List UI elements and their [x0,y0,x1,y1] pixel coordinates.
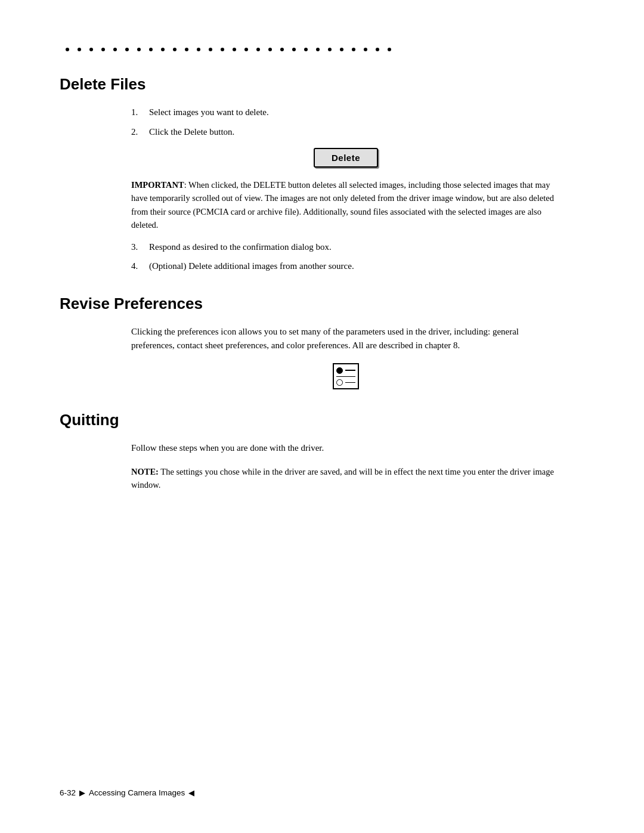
dot [113,48,117,51]
note-text: The settings you chose while in the driv… [131,467,554,490]
dot [256,48,260,51]
dot [340,48,343,51]
pref-icon-line [345,370,355,371]
quitting-note: NOTE: The settings you chose while in th… [131,465,561,492]
step-number: 1. [131,106,149,119]
list-item: 4. (Optional) Delete additional images f… [131,259,561,273]
step-number: 4. [131,259,149,273]
delete-steps-list-2: 3. Respond as desired to the confirmatio… [131,240,561,273]
list-item: 1. Select images you want to delete. [131,106,561,119]
footer-left-arrow-icon: ◀ [188,788,194,797]
important-text: : When clicked, the DELETE button delete… [131,180,554,230]
footer-right-arrow-icon: ▶ [79,788,85,797]
quitting-body: Follow these steps when you are done wit… [131,441,561,455]
dot [280,48,284,51]
pref-icon-row-bottom [336,379,355,386]
important-label: IMPORTANT [131,180,184,190]
pref-icon-circle [336,367,343,374]
note-label: NOTE: [131,467,159,476]
dots-row [60,48,584,51]
dot [388,48,391,51]
dot [149,48,153,51]
quitting-content: Follow these steps when you are done wit… [131,441,561,491]
step-text: Select images you want to delete. [149,106,269,119]
dot [125,48,129,51]
revise-preferences-section: Revise Preferences Clicking the preferen… [60,295,584,390]
pref-icon-circle [336,379,343,386]
dot [304,48,308,51]
dot [197,48,200,51]
dot [244,48,248,51]
dot [173,48,177,51]
page-container: Delete Files 1. Select images you want t… [0,0,644,833]
dot [66,48,69,51]
dot [292,48,296,51]
footer-page-number: 6-32 [60,788,76,797]
delete-steps-list: 1. Select images you want to delete. 2. … [131,106,561,138]
step-text: Respond as desired to the confirmation d… [149,240,332,254]
dot [78,48,81,51]
dot [161,48,165,51]
dot [89,48,93,51]
pref-icon-line [345,382,355,383]
important-note: IMPORTANT: When clicked, the DELETE butt… [131,178,561,232]
quitting-heading: Quitting [60,411,584,429]
dot [221,48,224,51]
delete-button-container: Delete [131,148,561,168]
delete-files-content: 1. Select images you want to delete. 2. … [131,106,561,273]
step-text: (Optional) Delete additional images from… [149,259,354,273]
dot [328,48,332,51]
preferences-icon [333,363,359,389]
step-text: Click the Delete button. [149,125,234,139]
pref-icon-row-top [336,367,355,374]
preferences-icon-container [131,363,561,389]
revise-preferences-body: Clicking the preferences icon allows you… [131,325,561,353]
revise-preferences-heading: Revise Preferences [60,295,584,313]
delete-button[interactable]: Delete [314,148,378,168]
dot [233,48,236,51]
dot [268,48,272,51]
step-number: 2. [131,125,149,139]
dot [316,48,320,51]
dot [137,48,141,51]
footer: 6-32 ▶ Accessing Camera Images ◀ [60,788,584,797]
dot [352,48,355,51]
quitting-section: Quitting Follow these steps when you are… [60,411,584,491]
list-item: 3. Respond as desired to the confirmatio… [131,240,561,254]
dot [209,48,212,51]
dot [101,48,105,51]
footer-title: Accessing Camera Images [89,788,185,797]
revise-preferences-content: Clicking the preferences icon allows you… [131,325,561,390]
delete-files-section: Delete Files 1. Select images you want t… [60,75,584,273]
step-number: 3. [131,240,149,254]
dot [376,48,379,51]
list-item: 2. Click the Delete button. [131,125,561,139]
dot [364,48,367,51]
dot [185,48,188,51]
delete-files-heading: Delete Files [60,75,584,94]
